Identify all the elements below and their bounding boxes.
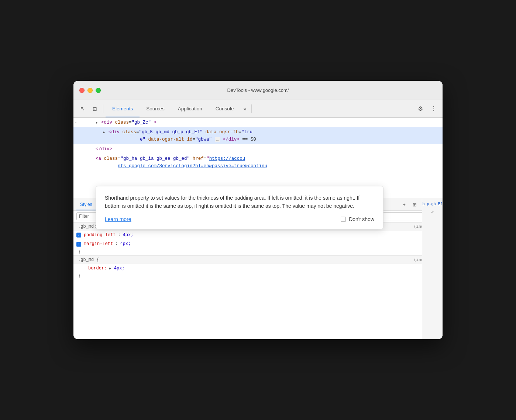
tab-console[interactable]: Console bbox=[209, 100, 241, 117]
traffic-lights bbox=[79, 88, 101, 93]
maximize-button[interactable] bbox=[96, 88, 101, 93]
cursor-icon: ↖ bbox=[80, 105, 85, 112]
style-block-brace: } + bbox=[73, 249, 443, 255]
more-options-button[interactable]: ⋮ bbox=[428, 103, 440, 115]
css-property-value: 4px; bbox=[114, 265, 125, 272]
cursor-icon-btn[interactable]: ↖ bbox=[76, 103, 88, 115]
more-icon: ⋮ bbox=[431, 105, 437, 112]
more-right-btn[interactable]: » bbox=[431, 209, 434, 214]
toolbar-right: ⚙ ⋮ bbox=[414, 103, 440, 115]
dom-line-selected[interactable]: <div class="gb_K gb_md gb_p gb_Ef" data-… bbox=[73, 127, 443, 144]
new-style-rule-btn[interactable]: + bbox=[400, 200, 409, 209]
triangle-collapse bbox=[103, 128, 105, 136]
toolbar-separator bbox=[103, 104, 103, 113]
css-property-name: padding-left bbox=[84, 231, 116, 239]
style-block-brace-2: } bbox=[73, 273, 443, 279]
tooltip-popup: Shorthand property to set values for the… bbox=[96, 186, 383, 229]
main-content: … <div class="gb_Zc" > <div class="gb_K … bbox=[73, 118, 443, 339]
minimize-button[interactable] bbox=[87, 88, 93, 93]
dom-line[interactable]: … <div class="gb_Zc" > bbox=[73, 118, 443, 127]
dont-show-checkbox[interactable] bbox=[341, 217, 346, 222]
triangle-expand bbox=[96, 119, 97, 126]
tab-sources[interactable]: Sources bbox=[140, 100, 171, 117]
style-property-line: margin-left : 4px; bbox=[73, 240, 443, 248]
layers-icon: ⊡ bbox=[93, 106, 97, 112]
dom-line[interactable]: </div> bbox=[73, 144, 443, 154]
rule-selector-2: .gb_md { bbox=[78, 257, 99, 262]
inspect-element-btn[interactable]: ⊞ bbox=[410, 200, 419, 209]
settings-button[interactable]: ⚙ bbox=[414, 103, 426, 115]
more-tabs-button[interactable]: » bbox=[240, 100, 249, 117]
style-property-line: padding-left : 4px; bbox=[73, 231, 443, 240]
right-panel-sidebar: b_p.gb_Ef » bbox=[422, 199, 443, 339]
tab-styles[interactable]: Styles bbox=[76, 199, 96, 210]
css-property-name: border: bbox=[84, 265, 107, 272]
property-checkbox[interactable] bbox=[76, 233, 81, 238]
toolbar: ↖ ⊡ Elements Sources Application Console… bbox=[73, 100, 443, 118]
window-title: DevTools - www.google.com/ bbox=[227, 87, 289, 93]
style-rule-header-2: .gb_md { (index):58 bbox=[73, 255, 443, 264]
tab-elements[interactable]: Elements bbox=[106, 100, 140, 117]
dont-show-label: Don't show bbox=[349, 216, 374, 222]
styles-panel: .gb_md:first-child, #gbstw:first-child r… bbox=[73, 222, 443, 279]
css-property-value: 4px; bbox=[120, 240, 131, 248]
tabs: Elements Sources Application Console » bbox=[106, 100, 249, 117]
learn-more-link[interactable]: Learn more bbox=[105, 216, 131, 222]
expand-shorthand[interactable] bbox=[109, 265, 111, 272]
css-property-name: margin-left bbox=[84, 240, 113, 248]
tooltip-footer: Learn more Don't show bbox=[105, 216, 374, 222]
tooltip-description: Shorthand property to set values for the… bbox=[105, 194, 374, 210]
dom-line[interactable]: <a class="gb_ha gb_ia gb_ee gb_ed" href=… bbox=[73, 154, 443, 171]
title-bar: DevTools - www.google.com/ bbox=[73, 81, 443, 100]
toolbar-separator-2 bbox=[251, 104, 252, 113]
devtools-window: DevTools - www.google.com/ ↖ ⊡ Elements … bbox=[73, 81, 443, 339]
style-property-line-border: border: 4px; bbox=[73, 264, 443, 273]
close-button[interactable] bbox=[79, 88, 85, 93]
gear-icon: ⚙ bbox=[418, 105, 423, 112]
layers-icon-btn[interactable]: ⊡ bbox=[89, 103, 101, 115]
tab-application[interactable]: Application bbox=[171, 100, 209, 117]
property-checkbox[interactable] bbox=[76, 242, 81, 247]
dont-show-container: Don't show bbox=[341, 216, 374, 222]
css-property-value: 4px; bbox=[123, 231, 134, 239]
ellipsis-tag[interactable]: … bbox=[215, 137, 220, 142]
element-breadcrumb[interactable]: b_p.gb_Ef bbox=[422, 202, 442, 206]
context-menu-dots: … bbox=[75, 119, 78, 125]
